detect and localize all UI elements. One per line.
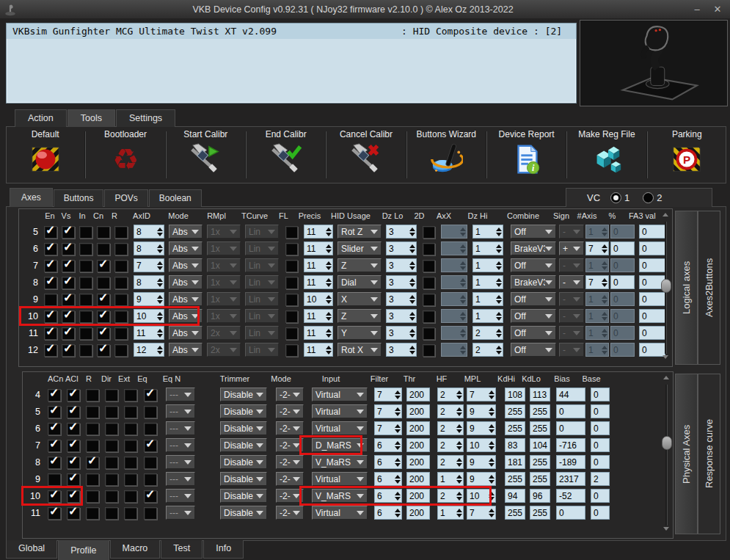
phys-8-base-field[interactable]: 0	[591, 455, 610, 469]
bottom-tab-info[interactable]: Info	[203, 540, 244, 559]
phys-7-eqn-dropdown[interactable]: ---	[166, 438, 195, 452]
axes-12-dzhi-spinner[interactable]: 2	[472, 343, 503, 357]
toolbar-button-device-report[interactable]: Device Reporti	[488, 127, 565, 183]
phys-5-eqn-dropdown[interactable]: ---	[166, 404, 195, 418]
phys-8-thr-field[interactable]: 200	[406, 455, 430, 469]
axes-8-dzlo-spinner[interactable]: 3	[386, 275, 417, 289]
bottom-tab-test[interactable]: Test	[161, 540, 202, 559]
phys-5-dir-checkbox[interactable]	[105, 406, 118, 418]
axes-12-dzlo-spinner[interactable]: 3	[386, 343, 417, 357]
axes-5-precis-spinner[interactable]: 11	[304, 225, 333, 239]
axes-6-dzhi-spinner[interactable]: 1	[472, 241, 503, 255]
side-tab-logical-axes[interactable]: Logical axes	[675, 211, 698, 365]
axes-7-tcurve-dropdown[interactable]: Lin	[245, 258, 279, 272]
side-tab-response-curve[interactable]: Response curve	[698, 374, 720, 534]
axes-8-in-checkbox[interactable]	[79, 277, 92, 289]
phys-7-dir-checkbox[interactable]	[105, 440, 118, 452]
phys-4-kdlo-field[interactable]: 113	[530, 388, 550, 401]
toolbar-button-end-calibr[interactable]: End Calibr	[247, 127, 324, 183]
phys-7-mode-dropdown[interactable]: -2-	[276, 438, 304, 452]
side-tab-physical-axes[interactable]: Physical Axes	[675, 374, 698, 534]
phys-9-input-dropdown[interactable]: Virtual	[312, 472, 368, 486]
axes-11-pct-field[interactable]: 0	[610, 326, 635, 340]
phys-10-mpl-spinner[interactable]: 10	[467, 489, 496, 503]
axes-12-rmpl-dropdown[interactable]: 2x	[207, 343, 241, 357]
axes-11-hid-dropdown[interactable]: Y	[337, 326, 382, 340]
toolbar-button-buttons-wizard[interactable]: Buttons Wizard	[408, 127, 485, 183]
phys-7-kdlo-field[interactable]: 104	[530, 438, 550, 452]
axes-10-tcurve-dropdown[interactable]: Lin	[245, 309, 279, 323]
bottom-tab-global[interactable]: Global	[6, 540, 57, 559]
phys-4-eqn-dropdown[interactable]: ---	[166, 388, 195, 401]
phys-7-r-checkbox[interactable]	[86, 440, 99, 452]
axes-5-en-checkbox[interactable]	[44, 226, 57, 239]
axes-12-axx-spinner[interactable]	[441, 343, 467, 357]
phys-11-input-dropdown[interactable]: Virtual	[312, 506, 368, 520]
axes-8-d2-checkbox[interactable]	[423, 277, 435, 289]
phys-11-kdlo-field[interactable]: 255	[530, 506, 550, 520]
axes-12-in-checkbox[interactable]	[79, 344, 92, 357]
axes-8-axx-spinner[interactable]	[441, 275, 467, 289]
phys-8-mode-dropdown[interactable]: -2-	[276, 455, 304, 469]
bottom-tab-macro[interactable]: Macro	[110, 540, 161, 559]
axes-5-cn-checkbox[interactable]	[97, 226, 110, 239]
axes-9-mode-dropdown[interactable]: Abs	[169, 292, 202, 306]
menu-tab-action[interactable]: Action	[15, 109, 67, 127]
axes-7-hid-dropdown[interactable]: Z	[337, 258, 382, 272]
view-tab-boolean[interactable]: Boolean	[149, 189, 202, 207]
phys-10-thr-field[interactable]: 200	[406, 489, 430, 503]
axes-10-axid-spinner[interactable]: 10	[134, 309, 164, 323]
axes-7-r-checkbox[interactable]	[114, 260, 128, 272]
axes-7-combine-dropdown[interactable]: Off	[511, 258, 556, 272]
scroll-up-icon[interactable]	[660, 213, 671, 220]
axes-11-naxis-spinner[interactable]: 1	[585, 326, 609, 340]
axes-11-en-checkbox[interactable]	[44, 327, 57, 340]
axes-9-hid-dropdown[interactable]: X	[337, 292, 382, 306]
axes-8-pct-field[interactable]: 0	[610, 275, 635, 289]
axes-9-tcurve-dropdown[interactable]: Lin	[245, 292, 279, 306]
phys-6-acl-checkbox[interactable]	[67, 423, 80, 435]
phys-4-r-checkbox[interactable]	[86, 389, 99, 401]
phys-10-acl-checkbox[interactable]	[67, 490, 80, 503]
phys-5-mode-dropdown[interactable]: -2-	[276, 404, 304, 418]
axes-5-naxis-spinner[interactable]: 1	[585, 225, 609, 239]
view-tab-buttons[interactable]: Buttons	[54, 189, 104, 207]
phys-4-base-field[interactable]: 0	[591, 388, 610, 401]
axes-10-d2-checkbox[interactable]	[423, 310, 435, 323]
minimize-button[interactable]: –	[689, 4, 705, 15]
toolbar-button-default[interactable]: Default	[7, 127, 84, 183]
phys-6-filter-spinner[interactable]: 7	[374, 421, 402, 435]
radio-1-icon[interactable]	[610, 192, 621, 203]
side-tab-axes2buttons[interactable]: Axes2Buttons	[698, 211, 720, 365]
phys-5-kdlo-field[interactable]: 255	[530, 404, 550, 418]
toolbar-button-bootloader[interactable]: Bootloader♻	[87, 127, 164, 183]
axes-11-mode-dropdown[interactable]: Abs	[169, 326, 202, 340]
phys-9-hf-spinner[interactable]: 1	[437, 472, 464, 486]
axes-9-axx-spinner[interactable]	[441, 292, 467, 306]
scroll-thumb[interactable]	[662, 436, 672, 450]
axes-6-precis-spinner[interactable]: 11	[304, 241, 333, 255]
axes-12-hid-dropdown[interactable]: Rot X	[337, 343, 382, 357]
phys-6-kdlo-field[interactable]: 255	[530, 421, 550, 435]
close-button[interactable]: ✕	[709, 4, 726, 15]
axes-7-d2-checkbox[interactable]	[423, 260, 435, 272]
phys-9-ext-checkbox[interactable]	[124, 473, 137, 486]
axes-12-precis-spinner[interactable]: 11	[304, 343, 333, 357]
axes-8-hid-dropdown[interactable]: Dial	[337, 275, 382, 289]
phys-6-dir-checkbox[interactable]	[105, 423, 118, 435]
axes-11-axx-spinner[interactable]	[441, 326, 467, 340]
phys-11-dir-checkbox[interactable]	[105, 507, 118, 520]
phys-11-filter-spinner[interactable]: 6	[374, 506, 402, 520]
phys-5-ext-checkbox[interactable]	[124, 406, 137, 418]
phys-6-ext-checkbox[interactable]	[124, 423, 137, 435]
phys-9-bias-field[interactable]: 2317	[556, 472, 585, 486]
phys-5-base-field[interactable]: 0	[591, 404, 610, 418]
axes-6-cn-checkbox[interactable]	[97, 243, 110, 255]
axes-5-fl-checkbox[interactable]	[285, 226, 298, 239]
phys-6-eqn-dropdown[interactable]: ---	[166, 421, 195, 435]
axes-11-dzlo-spinner[interactable]: 3	[386, 326, 417, 340]
phys-9-acl-checkbox[interactable]	[67, 473, 80, 486]
axes-11-d2-checkbox[interactable]	[423, 327, 435, 340]
axes-8-fl-checkbox[interactable]	[285, 277, 298, 289]
axes-5-combine-dropdown[interactable]: Off	[511, 225, 556, 239]
